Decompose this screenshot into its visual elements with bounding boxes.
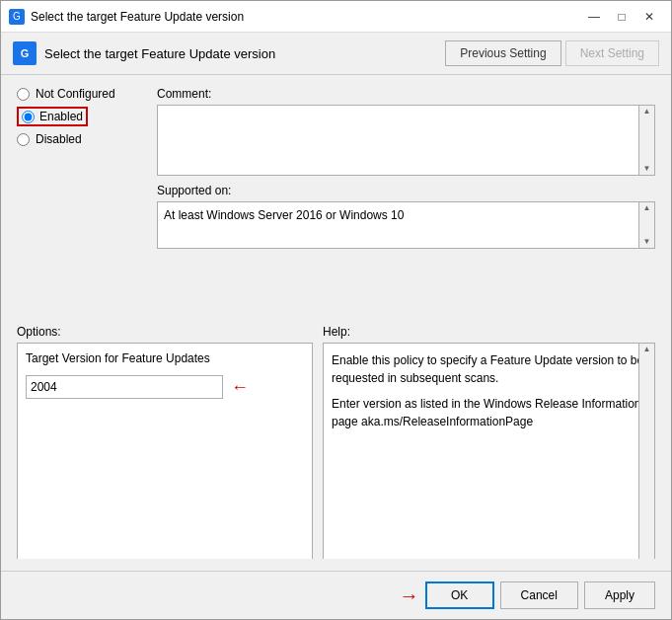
enabled-radio[interactable] (22, 111, 35, 123)
supported-label: Supported on: (157, 184, 655, 197)
maximize-button[interactable]: □ (608, 6, 635, 28)
radio-section: Not Configured Enabled Disabled (17, 87, 145, 146)
ok-button[interactable]: OK (425, 581, 494, 609)
help-scrollbar: ▲ ▼ (638, 344, 654, 559)
footer: → OK Cancel Apply (1, 571, 671, 619)
header-buttons: Previous Setting Next Setting (445, 40, 659, 66)
supported-value: At least Windows Server 2016 or Windows … (157, 201, 639, 249)
options-box: Target Version for Feature Updates ← (17, 343, 313, 559)
help-title: Help: (323, 325, 655, 339)
left-panel: Not Configured Enabled Disabled (17, 87, 145, 321)
help-scroll-up-icon: ▲ (643, 346, 651, 353)
supported-wrapper: At least Windows Server 2016 or Windows … (157, 201, 655, 249)
disabled-option[interactable]: Disabled (17, 132, 145, 146)
supported-scroll-up-icon: ▲ (643, 204, 651, 212)
minimize-button[interactable]: — (580, 6, 608, 28)
title-controls: — □ ✕ (580, 6, 663, 28)
comment-label: Comment: (157, 87, 655, 101)
comment-section: Comment: ▲ ▼ (157, 87, 655, 176)
options-help-area: Options: Target Version for Feature Upda… (17, 325, 655, 559)
target-version-label: Target Version for Feature Updates (26, 351, 304, 365)
title-bar-left: G Select the target Feature Update versi… (9, 9, 244, 25)
main-window: G Select the target Feature Update versi… (0, 0, 672, 620)
disabled-radio[interactable] (17, 133, 30, 146)
supported-section: Supported on: At least Windows Server 20… (157, 184, 655, 249)
not-configured-option[interactable]: Not Configured (17, 87, 145, 101)
window-title: Select the target Feature Update version (31, 10, 244, 24)
not-configured-label: Not Configured (36, 87, 115, 101)
enabled-wrapper: Enabled (17, 107, 88, 126)
header-title: Select the target Feature Update version (44, 46, 275, 61)
header-left: G Select the target Feature Update versi… (13, 41, 275, 65)
supported-scroll-down-icon: ▼ (643, 238, 651, 246)
option-input-row: ← (26, 375, 304, 399)
apply-button[interactable]: Apply (584, 581, 655, 609)
comment-scroll-down-icon: ▼ (643, 165, 651, 173)
enabled-label: Enabled (39, 110, 83, 123)
help-box: Enable this policy to specify a Feature … (323, 343, 655, 559)
content-area: Not Configured Enabled Disabled (1, 75, 671, 571)
comment-wrapper: ▲ ▼ (157, 105, 655, 176)
main-area: Not Configured Enabled Disabled (17, 87, 655, 321)
help-paragraph-1: Enable this policy to specify a Feature … (332, 351, 646, 387)
close-button[interactable]: ✕ (635, 6, 663, 28)
title-bar: G Select the target Feature Update versi… (1, 1, 671, 33)
input-arrow-indicator: ← (231, 377, 249, 398)
right-panel: Comment: ▲ ▼ Supported on: At least (157, 87, 655, 321)
ok-wrapper: → OK (400, 581, 494, 609)
comment-scrollbar: ▲ ▼ (639, 105, 655, 176)
previous-setting-button[interactable]: Previous Setting (445, 40, 560, 66)
not-configured-radio[interactable] (17, 88, 30, 101)
comment-textarea[interactable] (157, 105, 639, 176)
cancel-button[interactable]: Cancel (500, 581, 578, 609)
target-version-input[interactable] (26, 375, 223, 399)
help-section: Help: Enable this policy to specify a Fe… (323, 325, 655, 559)
ok-arrow-indicator: → (400, 584, 419, 607)
options-section: Options: Target Version for Feature Upda… (17, 325, 313, 559)
disabled-label: Disabled (36, 132, 82, 146)
comment-scroll-up-icon: ▲ (643, 108, 651, 116)
window-icon: G (9, 9, 25, 25)
enabled-option[interactable]: Enabled (17, 107, 145, 126)
header-bar: G Select the target Feature Update versi… (1, 33, 671, 75)
next-setting-button[interactable]: Next Setting (565, 40, 659, 66)
options-title: Options: (17, 325, 313, 339)
header-icon: G (13, 41, 37, 65)
supported-scrollbar: ▲ ▼ (639, 201, 655, 249)
help-paragraph-2: Enter version as listed in the Windows R… (332, 395, 646, 430)
